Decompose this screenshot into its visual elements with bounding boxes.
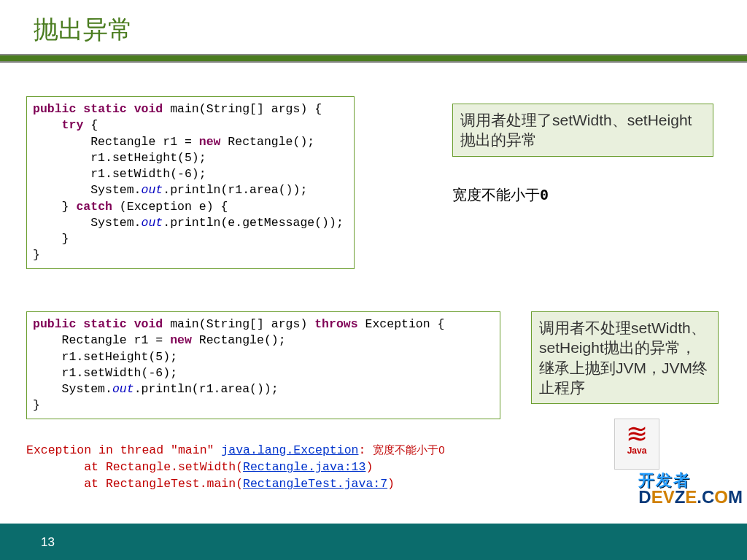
page-number: 13 — [41, 535, 55, 550]
code-block-try-catch: public static void main(String[] args) {… — [26, 96, 355, 269]
devze-cn: 开发者 — [638, 472, 743, 489]
code-block-throws: public static void main(String[] args) t… — [26, 311, 500, 419]
java-steam-icon: ≋ — [615, 419, 659, 446]
java-logo: ≋ Java — [614, 419, 659, 470]
slide-title: 抛出异常 — [0, 0, 747, 54]
footer-bar: 13 — [0, 524, 747, 560]
java-label: Java — [615, 446, 659, 456]
annotation-unhandled: 调用者不处理setWidth、setHeight抛出的异常，继承上抛到JVM，J… — [531, 311, 719, 404]
devze-watermark: 开发者 DEVZE.COM — [638, 472, 743, 506]
divider — [0, 54, 747, 63]
output-width-error: 宽度不能小于0 — [452, 185, 549, 205]
annotation-handled: 调用者处理了setWidth、setHeight抛出的异常 — [452, 104, 713, 157]
slide-content: public static void main(String[] args) {… — [0, 63, 747, 508]
devze-en: DEVZE.COM — [638, 489, 743, 506]
stacktrace-output: Exception in thread "main" java.lang.Exc… — [26, 442, 445, 492]
